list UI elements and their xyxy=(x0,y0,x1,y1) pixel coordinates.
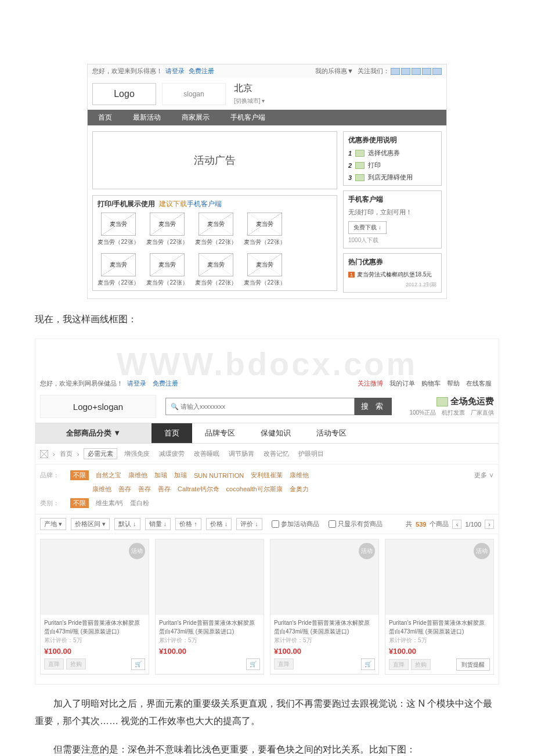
sort-button[interactable]: 评价 ↓ xyxy=(236,518,262,530)
toplink[interactable]: 帮助 xyxy=(447,380,460,387)
login-link[interactable]: 请登录 xyxy=(127,380,146,387)
sort-button[interactable]: 默认 ↓ xyxy=(114,518,140,530)
filter-all[interactable]: 不限 xyxy=(70,470,89,480)
cart-icon[interactable]: 🛒 xyxy=(131,658,145,670)
toplink[interactable]: 在线客服 xyxy=(466,380,492,387)
sort-button[interactable]: 价格 ↑ xyxy=(175,518,201,530)
placeholder-image: 麦当劳 xyxy=(101,253,136,276)
product-grid: 活动 Puritan's Pride普丽普莱液体水解胶原蛋白473ml/瓶 (美… xyxy=(35,534,499,679)
toplink[interactable]: 关注微博 xyxy=(358,380,383,387)
close-icon[interactable] xyxy=(40,450,48,458)
search-bar: 搜 索 xyxy=(165,398,392,415)
nav-item[interactable]: 品牌专区 xyxy=(192,423,248,443)
promo-icon xyxy=(436,397,448,406)
register-link[interactable]: 免费注册 xyxy=(153,380,178,387)
more-toggle[interactable]: 更多 ∨ xyxy=(474,471,494,480)
social-icon[interactable] xyxy=(432,68,442,75)
coupon-item[interactable]: 麦当劳麦当劳（22张） xyxy=(195,253,237,287)
nav-item[interactable]: 首页 xyxy=(151,423,192,443)
paragraph: 但需要注意的是：深色并不意味着比浅色更重要，要看色块之间的对比关系。比如下图： xyxy=(35,741,499,756)
stock-checkbox[interactable] xyxy=(329,520,336,528)
toplink[interactable]: 购物车 xyxy=(421,380,441,387)
wireframe-1: 您好，欢迎来到乐得惠！ 请登录 免费注册 我的乐得惠▼ 关注我们： Logo s… xyxy=(87,64,447,299)
social-icon[interactable] xyxy=(401,68,410,75)
origin-dropdown[interactable]: 产地 ▾ xyxy=(40,518,66,530)
social-icon[interactable] xyxy=(412,68,421,75)
promo-checkbox[interactable] xyxy=(272,520,279,528)
coupon-item[interactable]: 麦当劳麦当劳（22张） xyxy=(98,213,139,246)
search-input[interactable] xyxy=(165,398,355,415)
placeholder-image: 麦当劳 xyxy=(247,253,282,276)
placeholder-image: 麦当劳 xyxy=(199,213,233,236)
step-icon xyxy=(355,162,365,169)
remind-button[interactable]: 到货提醒 xyxy=(456,658,490,671)
nav-item[interactable]: 活动专区 xyxy=(304,423,359,443)
greeting: 您好，欢迎来到乐得惠！ xyxy=(92,67,163,74)
register-link[interactable]: 免费注册 xyxy=(189,67,214,74)
coupon-item[interactable]: 麦当劳麦当劳（22张） xyxy=(146,213,188,246)
nav-item[interactable]: 商家展示 xyxy=(171,110,220,125)
filter-all[interactable]: 不限 xyxy=(70,498,89,508)
prev-page[interactable]: ‹ xyxy=(452,520,461,529)
nav-item[interactable]: 保健知识 xyxy=(248,423,304,443)
slogan: slogan xyxy=(162,83,226,105)
mobile-box: 手机客户端 无须打印，立刻可用！ 免费下载 ↓ 1000人下载 xyxy=(343,190,442,249)
wireframe-2: WWW.bdocx.com 您好，欢迎来到网易保健品！ 请登录 免费注册 关注微… xyxy=(35,339,499,685)
nav-item[interactable]: 最新活动 xyxy=(122,110,171,125)
coupon-item[interactable]: 麦当劳麦当劳（22张） xyxy=(244,253,286,287)
follow-label: 关注我们： xyxy=(358,67,389,75)
cart-icon[interactable]: 🛒 xyxy=(246,658,260,670)
product-card[interactable]: 活动 Puritan's Pride普丽普莱液体水解胶原蛋白473ml/瓶 (美… xyxy=(385,539,494,675)
cart-icon[interactable]: 🛒 xyxy=(361,658,375,670)
step-icon xyxy=(355,150,365,157)
wf1-header: Logo slogan 北京 [切换城市] ▾ xyxy=(88,78,446,110)
wf2-nav: 全部商品分类 ▼ 首页 品牌专区 保健知识 活动专区 xyxy=(35,423,499,444)
social-icon[interactable] xyxy=(391,68,400,75)
promo-badge: 活动 xyxy=(359,543,375,559)
download-button[interactable]: 免费下载 ↓ xyxy=(348,221,387,234)
nav-item[interactable]: 手机客户端 xyxy=(220,110,276,125)
product-card[interactable]: 活动 Puritan's Pride普丽普莱液体水解胶原蛋白473ml/瓶 (美… xyxy=(270,539,379,675)
wf2-topbar: 您好，欢迎来到网易保健品！ 请登录 免费注册 关注微博 我的订单 购物车 帮助 … xyxy=(35,377,499,390)
filter-panel: 品牌： 不限 自然之宝 康维他 加瑞 加瑞 SUN NUTRITION 安利纽崔… xyxy=(35,464,499,514)
promo-badge: 活动 xyxy=(129,543,145,559)
wf1-topbar: 您好，欢迎来到乐得惠！ 请登录 免费注册 我的乐得惠▼ 关注我们： xyxy=(88,64,446,78)
social-icon[interactable] xyxy=(422,68,431,75)
sort-button[interactable]: 价格 ↓ xyxy=(206,518,232,530)
sort-button[interactable]: 销量 ↓ xyxy=(145,518,171,530)
paragraph: 加入了明暗对比之后，界面元素的重要级关系更直观，我们不再需要跑过去跟视觉说：这 … xyxy=(35,695,499,730)
sort-bar: 产地 ▾ 价格区间 ▾ 默认 ↓ 销量 ↓ 价格 ↑ 价格 ↓ 评价 ↓ 参加活… xyxy=(35,514,499,534)
my-account[interactable]: 我的乐得惠▼ xyxy=(315,67,353,75)
logo[interactable]: Logo+slogan xyxy=(40,395,156,418)
instructions-box: 优惠券使用说明 1选择优惠券 2打印 3到店无障碍使用 xyxy=(343,131,442,186)
city-selector[interactable]: 北京 [切换城市] ▾ xyxy=(232,82,265,105)
product-card[interactable]: Puritan's Pride普丽普莱液体水解胶原蛋白473ml/瓶 (美国原装… xyxy=(155,539,264,675)
category-dropdown[interactable]: 全部商品分类 ▼ xyxy=(35,423,151,443)
product-card[interactable]: 活动 Puritan's Pride普丽普莱液体水解胶原蛋白473ml/瓶 (美… xyxy=(40,539,149,675)
coupon-item[interactable]: 麦当劳麦当劳（22张） xyxy=(146,253,188,287)
placeholder-image: 麦当劳 xyxy=(247,213,282,236)
hero-banner[interactable]: 活动广告 xyxy=(92,131,337,189)
wf1-nav: 首页 最新活动 商家展示 手机客户端 xyxy=(88,110,446,125)
placeholder-image: 麦当劳 xyxy=(150,213,185,236)
hot-coupon-box: 热门优惠券 1麦当劳法式榛榔鸡扒堡18.5元 2012.1.2到期 xyxy=(343,253,442,293)
login-link[interactable]: 请登录 xyxy=(165,67,185,74)
step-icon xyxy=(355,174,365,181)
coupon-item[interactable]: 麦当劳麦当劳（22张） xyxy=(244,213,286,246)
section-title: 打印/手机展示使用 xyxy=(98,200,155,208)
coupon-item[interactable]: 麦当劳麦当劳（22张） xyxy=(98,253,139,287)
placeholder-image: 麦当劳 xyxy=(199,253,233,276)
breadcrumb: › 首页 › 必需元素 增强免疫 减缓疲劳 改善睡眠 调节肠胃 改善记忆 护眼明… xyxy=(35,444,499,464)
nav-item[interactable]: 首页 xyxy=(88,110,122,125)
placeholder-image: 麦当劳 xyxy=(101,213,136,236)
promo-badge: 活动 xyxy=(474,543,490,559)
search-button[interactable]: 搜 索 xyxy=(355,398,392,415)
next-page[interactable]: › xyxy=(485,520,494,529)
client-link[interactable]: 手机客户端 xyxy=(187,200,222,208)
placeholder-image: 麦当劳 xyxy=(150,253,185,276)
toplink[interactable]: 我的订单 xyxy=(389,380,415,387)
rank-badge: 1 xyxy=(348,272,355,278)
price-range-dropdown[interactable]: 价格区间 ▾ xyxy=(71,518,110,530)
coupon-item[interactable]: 麦当劳麦当劳（22张） xyxy=(195,213,237,246)
logo[interactable]: Logo xyxy=(92,83,156,105)
